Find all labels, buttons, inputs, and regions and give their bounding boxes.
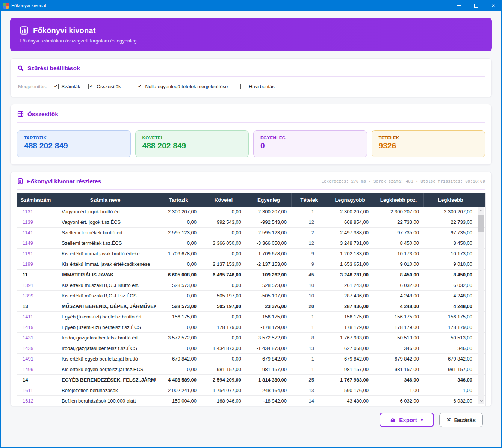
table-row[interactable]: 1499 Kis értékű egyéb ber,felsz,jár tsz.… (17, 364, 485, 375)
account-number-link[interactable]: 1439 (17, 345, 54, 351)
checkbox-szamlak[interactable]: ✓ Számlák (53, 84, 80, 89)
account-name-cell: Kis értékű immat. javak értékcsökkenése (54, 261, 156, 267)
table-row[interactable]: 1141 Szellemi termékek bruttó ért. 2 595… (17, 228, 485, 238)
section-title-summary: Összesítők (27, 111, 58, 118)
table-row[interactable]: 1149 Szellemi termékek t.sz.ÉCS 0,00 3 3… (17, 238, 485, 249)
account-number-link[interactable]: 1612 (17, 398, 54, 404)
credit-cell: 1 434 873,00 (201, 345, 246, 351)
account-number-link[interactable]: 1149 (17, 240, 54, 246)
table-row[interactable]: 13 MŰSZAKI BEREND., GÉPEK, JÁRMŰVEK 528 … (17, 301, 485, 312)
table-row[interactable]: 1431 Irodai,igazgatási ber,felsz bruttó … (17, 333, 485, 343)
column-header[interactable]: Tételek (292, 193, 327, 207)
items-count-cell: 10 (292, 282, 327, 288)
vertical-scrollbar[interactable] (478, 207, 484, 404)
smallest-cell: 346,00 (424, 377, 477, 383)
scrollbar-thumb[interactable] (478, 215, 484, 232)
credit-cell: 1 754 077,00 (201, 388, 246, 393)
table-row[interactable]: 1399 Kis értékű műszaki B,G,J t.sz.ÉCS 0… (17, 291, 485, 301)
account-number-link[interactable]: 1499 (17, 367, 54, 372)
summary-card: Összesítők TARTOZIK 488 202 849 KÖVETEL … (10, 104, 492, 165)
largest-cell: 1 653 651,00 (327, 261, 373, 267)
account-number-link[interactable]: 1141 (17, 230, 54, 235)
credit-cell: 2 137 153,00 (201, 261, 246, 267)
summary-value: 488 202 849 (24, 141, 124, 150)
column-header[interactable]: Követel (201, 193, 246, 207)
table-row[interactable]: 1491 Kis értékű egyéb ber,felsz,ját brut… (17, 354, 485, 364)
balance-cell: -3 366 050,00 (246, 240, 292, 246)
table-row[interactable]: 1419 Egyéb (üzemi-üzl) ber,felsz t.sz.ÉC… (17, 322, 485, 333)
titlebar: Főkönyvi kivonat ✕ (0, 0, 502, 11)
account-number-link[interactable]: 1139 (17, 219, 54, 225)
minimize-button[interactable] (450, 0, 467, 11)
smallest-cell: 346,00 (424, 345, 477, 351)
window-title: Főkönyvi kivonat (11, 3, 450, 8)
column-header[interactable]: Legnagyobb (327, 193, 373, 207)
summary-value: 488 202 849 (142, 141, 242, 150)
account-name-cell: Irodai,igazgatási ber,felsz t.sz.ÉCS (54, 345, 156, 351)
smallest-positive-cell: 8 450,00 (373, 272, 424, 278)
credit-cell: 168 946,00 (201, 398, 246, 404)
account-number-link[interactable]: 1199 (17, 261, 54, 267)
checkbox-nulla-egyenleg[interactable]: ✓ Nulla egyenlegű tételek megjelenítése (137, 84, 228, 89)
account-number-link[interactable]: 11 (17, 272, 54, 278)
account-number-link[interactable]: 14 (17, 377, 54, 383)
export-button[interactable]: Export ▼ (380, 413, 434, 427)
debit-cell: 2 300 207,00 (156, 209, 201, 214)
scroll-up-icon[interactable] (478, 208, 484, 214)
account-number-link[interactable]: 13 (17, 303, 54, 309)
account-number-link[interactable]: 1491 (17, 356, 54, 362)
column-header[interactable]: Tartozik (156, 193, 201, 207)
table-row[interactable]: 1439 Irodai,igazgatási ber,felsz t.sz.ÉC… (17, 343, 485, 354)
debit-cell: 679 842,00 (156, 356, 201, 362)
items-count-cell: 14 (292, 398, 327, 404)
footer-actions: Export ▼ ✕ Bezárás (10, 406, 492, 427)
checkbox-havi-bontas[interactable]: Havi bontás (240, 84, 275, 89)
table-row[interactable]: 1411 Egyéb (üzemi-üzl) ber,felsz bruttó … (17, 312, 485, 322)
balance-cell: -18 942,00 (246, 398, 292, 404)
debit-cell: 528 573,00 (156, 303, 201, 309)
checkbox-label: Számlák (61, 84, 80, 89)
column-header[interactable]: Legkisebb poz. (373, 193, 424, 207)
close-button[interactable]: ✕ (485, 0, 502, 11)
account-number-link[interactable]: 1431 (17, 335, 54, 341)
credit-cell: 0,00 (201, 230, 246, 235)
summary-card-tetelek: TÉTELEK 9326 (372, 130, 485, 157)
account-name-cell: Irodai,igazgatási ber,felsz bruttó ért. (54, 335, 156, 341)
table-row[interactable]: 1612 Bef.len beruházások 100.000 alatt 1… (17, 396, 485, 406)
account-number-link[interactable]: 1611 (17, 388, 54, 393)
account-name-cell: Vagyoni ért. jogok t.sz.ÉCS (54, 219, 156, 225)
maximize-button[interactable] (467, 0, 485, 11)
table-row[interactable]: 1131 Vagyoni ért.jogok bruttó ért. 2 300… (17, 207, 485, 217)
smallest-positive-cell: 8 450,00 (373, 240, 424, 246)
debit-cell: 3 572 572,00 (156, 335, 201, 341)
close-dialog-button[interactable]: ✕ Bezárás (439, 413, 483, 427)
column-header[interactable]: Legkisebb (424, 193, 477, 207)
credit-cell: 0,00 (201, 356, 246, 362)
document-icon (17, 178, 24, 185)
table-row[interactable]: 1191 Kis értékű immat.javak bruttó érték… (17, 249, 485, 259)
app-window: Főkönyvi kivonat ✕ Főkönyvi kivonat Főkö… (0, 0, 502, 448)
table-row[interactable]: 1391 Kis értékű műszaki B,G,J Bruttó ért… (17, 280, 485, 291)
items-count-cell: 12 (292, 219, 327, 225)
summary-label: TARTOZIK (24, 136, 124, 140)
account-number-link[interactable]: 1191 (17, 251, 54, 256)
checkbox-osszesitok[interactable]: ✓ Összesítők (88, 84, 121, 89)
column-header[interactable]: Számla neve (54, 193, 156, 207)
summary-value: 0 (260, 141, 360, 150)
account-number-link[interactable]: 1399 (17, 293, 54, 299)
table-row[interactable]: 11 IMMATERIÁLIS JAVAK 6 605 008,00 6 495… (17, 270, 485, 280)
account-number-link[interactable]: 1391 (17, 282, 54, 288)
account-number-link[interactable]: 1131 (17, 209, 54, 214)
table-row[interactable]: 1199 Kis értékű immat. javak értékcsökke… (17, 259, 485, 270)
column-header[interactable]: Számlaszám (17, 193, 54, 207)
table-row[interactable]: 1139 Vagyoni ért. jogok t.sz.ÉCS 0,00 99… (17, 217, 485, 228)
table-row[interactable]: 14 EGYÉB BERENDEZÉSEK, FELSZ.,JÁRMŰVEK 4… (17, 375, 485, 385)
account-number-link[interactable]: 1411 (17, 314, 54, 320)
scroll-down-icon[interactable] (478, 398, 484, 404)
account-number-link[interactable]: 1419 (17, 324, 54, 330)
ledger-table: Számlaszám Számla neve Tartozik Követel … (17, 193, 486, 406)
items-count-cell: 1 (292, 356, 327, 362)
column-header[interactable]: Egyenleg (246, 193, 292, 207)
items-count-cell: 1 (292, 367, 327, 372)
table-row[interactable]: 1611 Befejezetlen beruházások 2 002 241,… (17, 385, 485, 396)
